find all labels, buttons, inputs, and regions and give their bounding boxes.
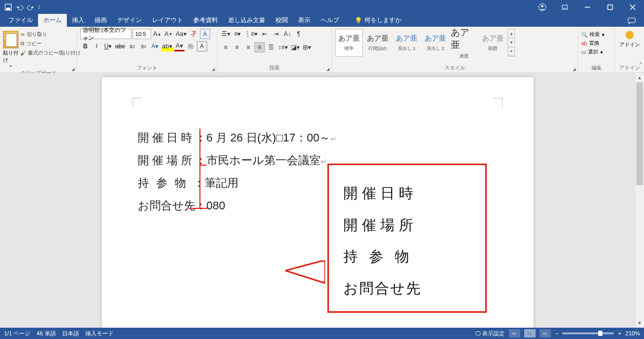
style-preview: あア亜 <box>482 34 504 43</box>
styles-dialog-launcher[interactable]: ◢ <box>572 66 577 72</box>
redo-icon[interactable] <box>27 3 35 11</box>
italic-button[interactable]: I <box>91 41 102 51</box>
zoom-in-button[interactable]: + <box>618 330 621 336</box>
align-center-button[interactable]: ≡ <box>232 42 242 52</box>
style-subtitle[interactable]: あア亜副題 <box>479 29 507 57</box>
svg-rect-9 <box>628 18 635 23</box>
show-marks-button[interactable]: ¶ <box>293 29 304 39</box>
tab-review[interactable]: 校閲 <box>270 14 293 27</box>
scroll-up-icon[interactable]: ▲ <box>635 73 644 82</box>
scroll-thumb[interactable] <box>636 82 643 185</box>
align-right-button[interactable]: ≡ <box>243 42 253 52</box>
style-no-spacing[interactable]: あア亜行間詰め <box>364 29 392 57</box>
zoom-slider[interactable] <box>562 332 614 334</box>
phonetic-guide-button[interactable]: 孑 <box>189 29 199 39</box>
style-name: 見出し 1 <box>398 45 416 52</box>
format-painter-button[interactable]: 🖌書式のコピー/貼り付け <box>21 49 81 57</box>
tab-help[interactable]: ヘルプ <box>316 14 344 27</box>
group-font: 游明朝 (本文のフォン 10.5 A▲ A▼ Aa▾ 孑 A B I U▾ ab… <box>77 27 217 73</box>
grow-font-button[interactable]: A▲ <box>152 29 162 39</box>
increase-indent-button[interactable]: ⇥ <box>271 29 281 39</box>
style-heading2[interactable]: あア亜見出し 2 <box>421 29 449 57</box>
cursor-icon: ▭ <box>581 49 586 55</box>
document-body[interactable]: 開催日時：6 月 26 日(水)□17：00～↵ 開催場所：市民ホール第一会議室… <box>138 127 337 217</box>
multilevel-button[interactable]: ⋮≡▾ <box>244 29 259 39</box>
zoom-thumb[interactable] <box>598 331 602 336</box>
web-layout-button[interactable]: ▭ <box>540 329 551 337</box>
scroll-down-icon[interactable]: ▼ <box>635 318 644 328</box>
align-left-button[interactable]: ≡ <box>220 42 231 52</box>
font-name-combo[interactable]: 游明朝 (本文のフォン <box>80 29 132 39</box>
document-canvas[interactable]: 開催日時：6 月 26 日(水)□17：00～↵ 開催場所：市民ホール第一会議室… <box>0 73 635 328</box>
zoom-out-button[interactable]: − <box>555 330 558 336</box>
close-button[interactable] <box>621 0 644 14</box>
tab-design[interactable]: デザイン <box>112 14 147 27</box>
clear-format-button[interactable]: A <box>200 29 210 39</box>
zoom-level[interactable]: 210% <box>625 330 640 336</box>
distribute-button[interactable]: ☰ <box>266 42 276 52</box>
vertical-scrollbar[interactable]: ▲ ▼ <box>635 73 644 328</box>
status-page[interactable]: 1/1 ページ <box>4 330 30 337</box>
styles-gallery-scroll[interactable]: ▲▼▾ <box>508 29 515 57</box>
shrink-font-button[interactable]: A▼ <box>163 29 174 39</box>
account-icon[interactable] <box>531 0 554 14</box>
status-mode[interactable]: 挿入モード <box>85 330 114 337</box>
change-case-button[interactable]: Aa▾ <box>175 29 188 39</box>
comments-icon[interactable] <box>625 15 638 27</box>
clipboard-dialog-launcher[interactable]: ◢ <box>70 66 76 72</box>
read-mode-button[interactable]: ▭ <box>509 329 520 337</box>
text-effects-button[interactable]: A▾ <box>150 41 160 51</box>
tab-insert[interactable]: 挿入 <box>67 14 89 27</box>
find-button[interactable]: 🔍検索▾ <box>581 31 612 38</box>
minimize-button[interactable] <box>576 0 599 14</box>
shading-button[interactable]: ◪▾ <box>290 42 301 52</box>
tell-me-search[interactable]: 💡 何をしますか <box>349 14 407 27</box>
ribbon-options-icon[interactable] <box>554 0 576 14</box>
addin-button[interactable]: アドイン <box>618 31 641 48</box>
select-button[interactable]: ▭選択▾ <box>581 48 612 56</box>
status-language[interactable]: 日本語 <box>62 330 79 337</box>
tab-layout[interactable]: レイアウト <box>147 14 188 27</box>
tab-home[interactable]: ホーム <box>38 14 67 27</box>
subscript-button[interactable]: x2 <box>127 41 137 51</box>
paragraph-dialog-launcher[interactable]: ◢ <box>325 66 330 72</box>
numbering-button[interactable]: ≡▾ <box>232 29 243 39</box>
tab-references[interactable]: 参考資料 <box>188 14 223 27</box>
cut-button[interactable]: ✂切り取り <box>21 31 81 38</box>
enclose-char-button[interactable]: ㊞ <box>186 41 196 51</box>
highlight-button[interactable]: ab▾ <box>161 41 173 51</box>
style-heading1[interactable]: あア亜見出し 1 <box>393 29 420 57</box>
status-words[interactable]: 46 単語 <box>36 330 56 337</box>
tab-view[interactable]: 表示 <box>293 14 316 27</box>
style-normal[interactable]: あア亜標準 <box>335 29 363 57</box>
decrease-indent-button[interactable]: ⇤ <box>260 29 270 39</box>
font-size-combo[interactable]: 10.5 <box>133 29 151 39</box>
print-layout-button[interactable]: ▭ <box>524 329 536 337</box>
tab-mailings[interactable]: 差し込み文書 <box>223 14 270 27</box>
style-title[interactable]: あア亜表題 <box>450 29 478 57</box>
maximize-button[interactable] <box>599 0 621 14</box>
strike-button[interactable]: abc <box>114 41 126 51</box>
borders-button[interactable]: ⊞▾ <box>302 42 312 52</box>
justify-button[interactable]: ≡ <box>254 42 265 52</box>
undo-icon[interactable] <box>15 3 24 11</box>
collapse-ribbon-button[interactable]: ^ <box>639 62 642 67</box>
line-spacing-button[interactable]: ↕≡▾ <box>277 42 289 52</box>
font-dialog-launcher[interactable]: ◢ <box>211 66 216 72</box>
bullets-button[interactable]: ☰▾ <box>220 29 231 39</box>
replace-button[interactable]: ab置換 <box>581 40 612 47</box>
tab-file[interactable]: ファイル <box>3 14 38 27</box>
underline-button[interactable]: U▾ <box>103 41 113 51</box>
scroll-track[interactable] <box>635 82 644 318</box>
font-color-button[interactable]: A▾ <box>174 41 185 51</box>
sort-button[interactable]: A↓ <box>282 29 292 39</box>
superscript-button[interactable]: x2 <box>138 41 149 51</box>
find-label: 検索 <box>590 31 600 38</box>
char-border-button[interactable]: A <box>197 41 207 51</box>
save-icon[interactable] <box>4 3 12 11</box>
paste-button[interactable]: 貼り付け ▾ <box>3 29 19 68</box>
bold-button[interactable]: B <box>80 41 90 51</box>
tab-draw[interactable]: 描画 <box>89 14 112 27</box>
copy-button[interactable]: ⧉コピー <box>21 40 81 47</box>
focus-mode-button[interactable]: 🖵 表示設定 <box>475 330 505 337</box>
